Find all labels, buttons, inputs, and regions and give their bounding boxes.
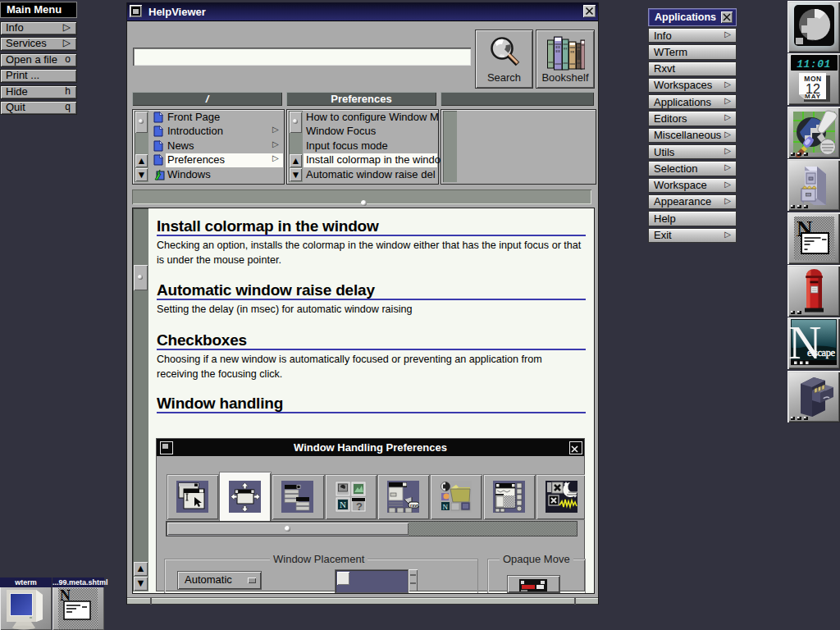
svg-text:?: ? [356, 500, 363, 513]
svg-text:N: N [340, 500, 346, 509]
svg-text:N: N [443, 503, 449, 511]
svg-text:11:01: 11:01 [797, 58, 831, 71]
svg-text:rxvt: rxvt [410, 503, 418, 508]
svg-text:MAY: MAY [805, 93, 821, 100]
